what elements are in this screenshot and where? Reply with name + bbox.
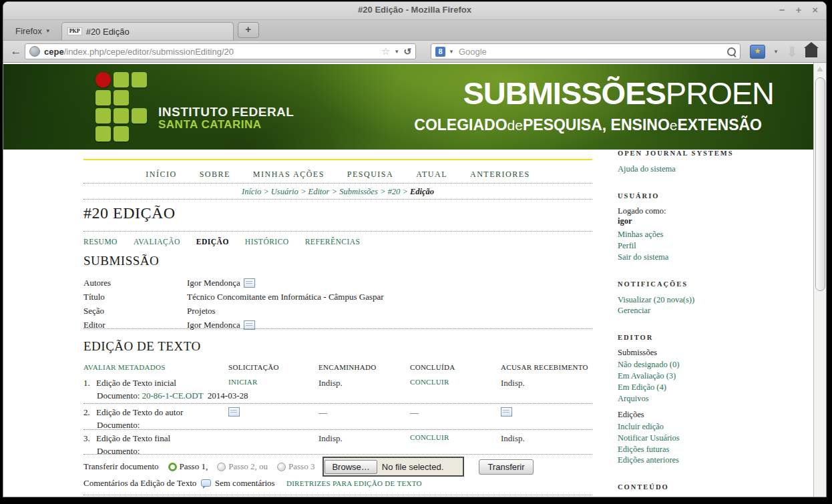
institution-name: INSTITUTO FEDERAL SANTA CATARINA bbox=[158, 105, 294, 131]
engine-dropdown-icon[interactable]: ▼ bbox=[449, 49, 454, 55]
file-input[interactable]: Browse… No file selected. bbox=[323, 457, 464, 477]
sidebar-item-perfil[interactable]: Perfil bbox=[618, 240, 798, 252]
copyedit-row-1: 1. Edição de Texto inicial INICIAR Indis… bbox=[83, 378, 592, 389]
divider bbox=[83, 495, 592, 495]
logged-username: igor bbox=[618, 216, 798, 226]
sidebar-notifications-block: NOTIFICAÇÕES Visualizar (20 nova(s)) Ger… bbox=[618, 280, 798, 317]
nav-minhas-acoes[interactable]: MINHAS AÇÕES bbox=[253, 170, 325, 180]
search-icon[interactable] bbox=[727, 47, 736, 56]
tab-resumo[interactable]: RESUMO bbox=[83, 238, 118, 246]
iniciar-link[interactable]: INICIAR bbox=[228, 378, 258, 386]
comments-row: Comentários da Edição de Texto Sem comen… bbox=[83, 478, 422, 489]
divider bbox=[83, 199, 592, 200]
maximize-button[interactable]: + bbox=[795, 4, 801, 16]
crumb-inicio[interactable]: Início bbox=[242, 187, 261, 196]
passo3-radio[interactable] bbox=[277, 463, 286, 471]
browser-tab[interactable]: PKP #20 Edição bbox=[61, 22, 234, 40]
new-tab-button[interactable]: + bbox=[238, 22, 259, 38]
nav-pesquisa[interactable]: PESQUISA bbox=[347, 170, 393, 180]
scrollbar-thumb[interactable] bbox=[815, 77, 825, 291]
tab-historico[interactable]: HISTÓRICO bbox=[245, 238, 289, 246]
close-button[interactable]: × bbox=[812, 4, 818, 16]
divider bbox=[83, 328, 592, 329]
submission-row-titulo: Título Técnico Concomitante em Informáti… bbox=[83, 292, 384, 302]
ifsc-logo bbox=[95, 72, 147, 142]
nav-toolbar: ← cepe/index.php/cepe/editor/submissionE… bbox=[3, 41, 826, 63]
document-link[interactable]: 20-86-1-CE.ODT bbox=[142, 391, 204, 401]
sidebar-item-minhas-acoes[interactable]: Minhas ações bbox=[618, 229, 798, 240]
transferir-button[interactable]: Transferir bbox=[479, 459, 533, 475]
email-icon[interactable] bbox=[228, 407, 240, 417]
concluir-link[interactable]: CONCLUIR bbox=[410, 433, 449, 441]
submission-details: Autores Igor Mendonça Título Técnico Con… bbox=[83, 278, 384, 334]
copyedit-heading: EDIÇÃO DE TEXTO bbox=[83, 339, 201, 354]
browse-button[interactable]: Browse… bbox=[325, 460, 377, 474]
sidebar-item-em-edicao[interactable]: Em Edição (4) bbox=[618, 382, 798, 393]
google-engine-icon[interactable]: 8 bbox=[435, 47, 445, 57]
file-status: No file selected. bbox=[378, 462, 444, 472]
tab-avaliacao[interactable]: AVALIAÇÃO bbox=[134, 238, 180, 246]
comment-bubble-icon[interactable] bbox=[201, 479, 211, 487]
copyedit-guidelines-link[interactable]: DIRETRIZES PARA EDIÇÃO DE TEXTO bbox=[286, 479, 422, 487]
email-icon[interactable] bbox=[501, 407, 512, 417]
search-input[interactable] bbox=[457, 46, 724, 57]
sidebar-item-sair[interactable]: Sair do sistema bbox=[618, 252, 798, 263]
site-identity-icon[interactable] bbox=[29, 46, 40, 57]
sidebar-item-notificar-usuarios[interactable]: Notificar Usuários bbox=[618, 433, 798, 444]
email-icon[interactable] bbox=[244, 278, 255, 288]
sidebar-item-gerenciar[interactable]: Gerenciar bbox=[618, 305, 798, 316]
copyedit-table-header: AVALIAR METADADOS SOLICITAÇÃO ENCAMINHAD… bbox=[83, 363, 592, 371]
tab-edicao[interactable]: EDIÇÃO bbox=[196, 238, 229, 246]
submission-heading: SUBMISSÃO bbox=[83, 254, 159, 268]
window-titlebar[interactable]: #20 Edição - Mozilla Firefox − + × bbox=[3, 2, 826, 20]
concluir-link[interactable]: CONCLUIR bbox=[410, 378, 449, 386]
nav-inicio[interactable]: INÍCIO bbox=[146, 170, 176, 180]
scroll-up-icon[interactable] bbox=[817, 67, 823, 71]
sidebar-item-incluir-edicao[interactable]: Incluir edição bbox=[618, 421, 798, 433]
tab-referencias[interactable]: REFERÊNCIAS bbox=[305, 238, 361, 246]
minimize-button[interactable]: − bbox=[779, 4, 785, 16]
crumb-editor[interactable]: Editor bbox=[308, 187, 330, 196]
bookmarks-dropdown-icon[interactable]: ▼ bbox=[773, 49, 779, 55]
vertical-scrollbar[interactable] bbox=[813, 63, 826, 497]
nav-atual[interactable]: ATUAL bbox=[416, 170, 447, 180]
crumb-20[interactable]: #20 bbox=[387, 187, 400, 196]
chevron-down-icon: ▼ bbox=[45, 28, 51, 34]
window-title: #20 Edição - Mozilla Firefox bbox=[3, 5, 826, 15]
nav-sobre[interactable]: SOBRE bbox=[200, 170, 230, 180]
passo2-radio[interactable] bbox=[217, 463, 226, 471]
sidebar-item-visualizar[interactable]: Visualizar (20 nova(s)) bbox=[618, 294, 798, 306]
search-bar[interactable]: 8 ▼ bbox=[431, 43, 741, 59]
ojs-heading: OPEN JOURNAL SYSTEMS bbox=[618, 150, 798, 157]
firefox-app-menu[interactable]: Firefox ▼ bbox=[10, 25, 56, 37]
sidebar-item-em-avaliacao[interactable]: Em Avaliação (3) bbox=[618, 370, 798, 382]
sidebar-item-edicoes-futuras[interactable]: Edições futuras bbox=[618, 444, 798, 455]
nav-anteriores[interactable]: ANTERIORES bbox=[470, 170, 530, 180]
crumb-submissoes[interactable]: Submissões bbox=[339, 187, 378, 196]
review-metadata-link[interactable]: AVALIAR METADADOS bbox=[83, 363, 166, 371]
sidebar-item-edicoes-anteriores[interactable]: Edições anteriores bbox=[618, 455, 798, 466]
passo1-radio[interactable] bbox=[168, 463, 177, 471]
url-bar[interactable]: cepe/index.php/cepe/editor/submissionEdi… bbox=[25, 43, 416, 59]
downloads-icon[interactable]: ⇩ bbox=[787, 44, 797, 59]
divider bbox=[83, 183, 592, 184]
bookmarks-button[interactable]: ★ bbox=[750, 45, 765, 59]
reload-icon[interactable]: ↺ bbox=[403, 46, 411, 57]
sidebar-item-ajuda[interactable]: Ajuda do sistema bbox=[618, 164, 798, 175]
home-icon[interactable] bbox=[805, 48, 817, 57]
back-button[interactable]: ← bbox=[7, 45, 25, 58]
url-dropdown-icon[interactable]: ▼ bbox=[394, 49, 399, 55]
breadcrumb: Início > Usuário > Editor > Submissões >… bbox=[83, 187, 592, 197]
sidebar-item-nao-designado[interactable]: Não designado (0) bbox=[618, 359, 798, 370]
upload-document-row: Transferir documento Passo 1, Passo 2, o… bbox=[83, 457, 592, 477]
sidebar-item-arquivos[interactable]: Arquivos bbox=[618, 393, 798, 405]
submission-row-autores: Autores Igor Mendonça bbox=[83, 278, 384, 288]
sidebar-content-block: CONTEÚDO Pesquisa Todos ▼ bbox=[618, 483, 798, 497]
url-text[interactable]: cepe/index.php/cepe/editor/submissionEdi… bbox=[44, 47, 377, 57]
main-navigation: INÍCIO SOBRE MINHAS AÇÕES PESQUISA ATUAL… bbox=[83, 170, 592, 180]
submission-tabs: RESUMO AVALIAÇÃO EDIÇÃO HISTÓRICO REFERÊ… bbox=[83, 238, 361, 246]
crumb-usuario[interactable]: Usuário bbox=[271, 187, 298, 196]
crumb-current: Edição bbox=[410, 187, 434, 196]
bookmark-star-icon[interactable]: ☆ bbox=[381, 45, 390, 57]
page-title: #20 EDIÇÃO bbox=[83, 204, 176, 222]
